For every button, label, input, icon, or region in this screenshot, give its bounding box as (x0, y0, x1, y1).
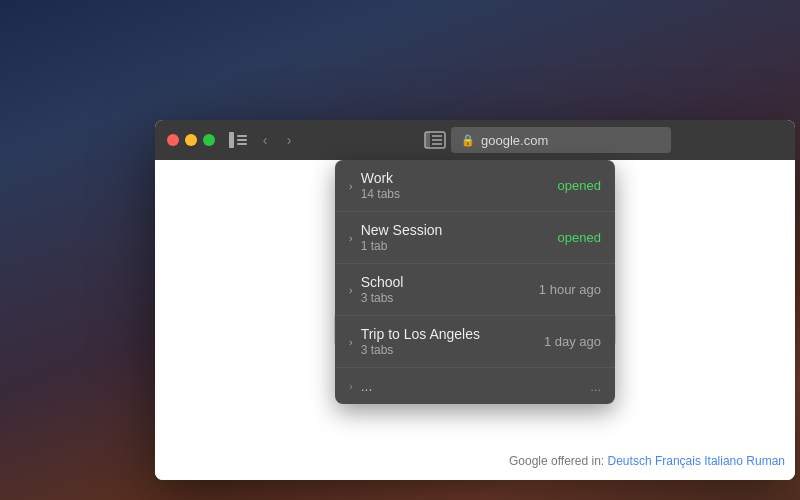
lang-deutsch[interactable]: Deutsch (608, 454, 652, 468)
close-button[interactable] (167, 134, 179, 146)
session-name: Trip to Los Angeles (361, 326, 544, 342)
session-item-work[interactable]: › Work 14 tabs opened (335, 160, 615, 212)
chevron-icon: › (349, 336, 353, 348)
session-status: opened (558, 230, 601, 245)
lock-icon: 🔒 (461, 134, 475, 147)
session-info-trip: Trip to Los Angeles 3 tabs (361, 326, 544, 357)
session-item-trip[interactable]: › Trip to Los Angeles 3 tabs 1 day ago (335, 316, 615, 368)
nav-buttons: ‹ › (255, 132, 299, 148)
session-tabs: 1 tab (361, 239, 558, 253)
session-tabs: 3 tabs (361, 291, 539, 305)
session-tabs: 3 tabs (361, 343, 544, 357)
lang-francais[interactable]: Français (655, 454, 701, 468)
session-info-school: School 3 tabs (361, 274, 539, 305)
session-name: School (361, 274, 539, 290)
sessions-icon (424, 131, 446, 149)
session-info-more: ... (361, 378, 590, 394)
session-status: opened (558, 178, 601, 193)
session-item-more[interactable]: › ... ... (335, 368, 615, 404)
session-status: 1 day ago (544, 334, 601, 349)
lang-ruman[interactable]: Ruman (746, 454, 785, 468)
url-text: google.com (481, 133, 548, 148)
chevron-icon: › (349, 284, 353, 296)
sessions-button[interactable] (419, 126, 451, 154)
lang-italiano[interactable]: Italiano (704, 454, 743, 468)
sidebar-icon (229, 132, 247, 148)
session-tabs: 14 tabs (361, 187, 558, 201)
maximize-button[interactable] (203, 134, 215, 146)
session-name: ... (361, 378, 590, 394)
session-item-new-session[interactable]: › New Session 1 tab opened (335, 212, 615, 264)
forward-button[interactable]: › (279, 132, 299, 148)
svg-rect-1 (425, 132, 430, 148)
back-button[interactable]: ‹ (255, 132, 275, 148)
browser-window: ‹ › 🔒 google.com › (155, 120, 795, 480)
minimize-button[interactable] (185, 134, 197, 146)
sidebar-toggle-button[interactable] (229, 132, 247, 148)
session-info-new-session: New Session 1 tab (361, 222, 558, 253)
offered-in-label: Google offered in: (509, 454, 604, 468)
session-name: Work (361, 170, 558, 186)
session-item-school[interactable]: › School 3 tabs 1 hour ago (335, 264, 615, 316)
chevron-icon: › (349, 180, 353, 192)
session-status: ... (590, 379, 601, 394)
title-bar: ‹ › 🔒 google.com (155, 120, 795, 160)
chevron-icon: › (349, 232, 353, 244)
address-bar[interactable]: 🔒 google.com (451, 127, 671, 153)
session-status: 1 hour ago (539, 282, 601, 297)
sessions-dropdown: › Work 14 tabs opened › New Session 1 ta… (335, 160, 615, 404)
address-bar-area: 🔒 google.com (307, 126, 783, 154)
session-name: New Session (361, 222, 558, 238)
traffic-lights (167, 134, 215, 146)
offered-in: Google offered in: Deutsch Français Ital… (509, 454, 785, 468)
session-info-work: Work 14 tabs (361, 170, 558, 201)
chevron-icon: › (349, 380, 353, 392)
